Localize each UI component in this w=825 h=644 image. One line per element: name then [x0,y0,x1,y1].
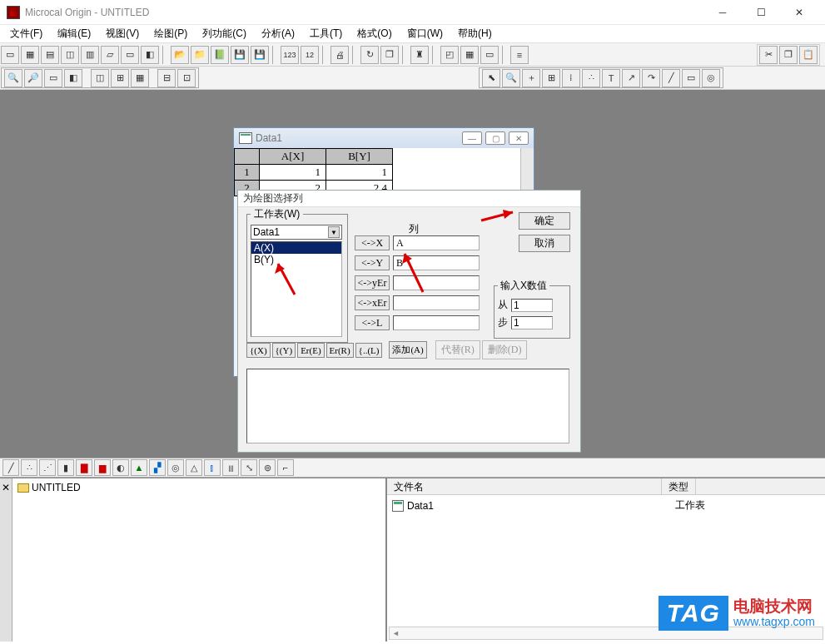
menu-plot[interactable]: 绘图(P) [147,26,194,42]
add-axes-icon[interactable]: ⊟ [157,69,176,87]
designation-x-button[interactable]: {(X) [246,343,271,358]
cancel-button[interactable]: 取消 [519,235,570,252]
save-template-icon[interactable]: 💾 [251,46,269,64]
assign-yer-button[interactable]: <->yEr [355,275,390,290]
code-builder-icon[interactable]: ▭ [480,46,499,64]
worksheet-combo[interactable]: Data1 ▼ [251,225,342,240]
column-type-header[interactable]: 类型 [662,478,696,494]
pointer-icon[interactable]: ⬉ [482,69,500,87]
line-plot-icon[interactable]: ╱ [2,459,19,476]
x-field[interactable] [393,235,480,250]
child-minimize-icon[interactable]: — [462,131,482,145]
bar-plot-icon[interactable]: ▆ [94,459,111,476]
menu-view[interactable]: 视图(V) [99,26,146,42]
menu-analysis[interactable]: 分析(A) [255,26,301,42]
new-graph-icon[interactable]: ◫ [61,46,79,64]
designation-ere-button[interactable]: Er(E) [297,343,324,358]
import-ascii-icon[interactable]: 123 [281,46,299,64]
new-function-icon[interactable]: ▱ [101,46,119,64]
duplicate-icon[interactable]: ❐ [380,46,399,64]
paste-icon[interactable]: 📋 [799,46,818,64]
arrow-tool-icon[interactable]: ↗ [622,69,640,87]
mask-tool-icon[interactable]: ∴ [582,69,600,87]
menu-format[interactable]: 格式(O) [350,26,398,42]
new-project-icon[interactable]: ▭ [1,46,19,64]
designation-l-button[interactable]: {..(L) [355,343,383,358]
add-column-icon[interactable]: ▦ [460,46,479,64]
data-reader-icon[interactable]: ＋ [522,69,540,87]
cut-icon[interactable]: ✂ [759,46,778,64]
vector-plot-icon[interactable]: ⤡ [241,459,257,476]
new-layout-icon[interactable]: ◧ [141,46,159,64]
from-field[interactable] [511,299,553,312]
open-excel-icon[interactable]: 📗 [211,46,229,64]
add-button[interactable]: 添加(A) [389,341,426,359]
chevron-down-icon[interactable]: ▼ [328,226,340,238]
column-listbox[interactable]: A(X) B(Y) [251,241,342,337]
polar-plot-icon[interactable]: ◎ [167,459,184,476]
pie-chart-icon[interactable]: ◐ [112,459,129,476]
l-field[interactable] [393,315,480,330]
line-symbol-icon[interactable]: ⋰ [39,459,56,476]
rect-tool-icon[interactable]: ▭ [682,69,700,87]
results-log-icon[interactable]: ♜ [410,46,429,64]
rescale-icon[interactable]: ≡ [510,46,529,64]
selection-textarea[interactable] [246,369,569,443]
screen-reader-icon[interactable]: ⊞ [542,69,560,87]
y-field[interactable] [393,255,480,270]
minimize-button[interactable]: ─ [703,0,742,25]
pane-collapse-icon[interactable]: ✕ [0,478,12,642]
area-plot-icon[interactable]: ▲ [131,459,147,476]
column-plot-icon[interactable]: ▇ [76,459,92,476]
whole-page-icon[interactable]: ▭ [44,69,62,87]
zoom-out-icon[interactable]: 🔎 [24,69,42,87]
child-close-icon[interactable]: ✕ [509,131,529,145]
project-explorer-icon[interactable]: ◰ [440,46,459,64]
open-icon[interactable]: 📂 [171,46,189,64]
menu-tools[interactable]: 工具(T) [303,26,349,42]
smith-chart-icon[interactable]: ⊚ [259,459,276,476]
arrange-layers-icon[interactable]: ▦ [131,69,149,87]
menu-file[interactable]: 文件(F) [3,26,49,42]
maximize-button[interactable]: ☐ [742,0,780,25]
project-tree[interactable]: UNTITLED [12,478,385,642]
new-worksheet-icon[interactable]: ▦ [21,46,39,64]
zoom-in-icon[interactable]: 🔍 [4,69,22,87]
new-matrix-icon[interactable]: ▥ [81,46,99,64]
child-maximize-icon[interactable]: ▢ [485,131,505,145]
template-icon[interactable]: ⌐ [277,459,294,476]
refresh-icon[interactable]: ↻ [360,46,379,64]
text-tool-icon[interactable]: T [602,69,620,87]
column-header-b[interactable]: B[Y] [326,149,393,165]
ok-button[interactable]: 确定 [519,212,570,230]
vertical-line-icon[interactable]: ▮ [57,459,74,476]
import-multi-ascii-icon[interactable]: 12 [301,46,319,64]
print-icon[interactable]: 🖨 [330,46,349,64]
region-tool-icon[interactable]: ◎ [702,69,720,87]
xer-field[interactable] [393,295,480,310]
curved-arrow-icon[interactable]: ↷ [642,69,660,87]
ternary-plot-icon[interactable]: △ [186,459,202,476]
line-tool-icon[interactable]: ╱ [662,69,680,87]
data-selector-icon[interactable]: ⁞ [562,69,580,87]
project-root-label[interactable]: UNTITLED [32,482,81,493]
copy-icon[interactable]: ❐ [779,46,798,64]
new-notes-icon[interactable]: ▭ [121,46,139,64]
assign-l-button[interactable]: <->L [355,315,390,330]
save-icon[interactable]: 💾 [231,46,249,64]
list-item[interactable]: Data1 工作表 [392,498,820,513]
zoom-icon[interactable]: 🔍 [502,69,520,87]
menu-edit[interactable]: 编辑(E) [51,26,97,42]
close-button[interactable]: ✕ [780,0,818,25]
merge-layers-icon[interactable]: ⊞ [111,69,129,87]
column-filename-header[interactable]: 文件名 [387,478,662,494]
extract-layers-icon[interactable]: ◫ [91,69,109,87]
assign-xer-button[interactable]: <->xEr [355,295,390,310]
menu-column[interactable]: 列功能(C) [196,26,253,42]
scatter-plot-icon[interactable]: ∴ [21,459,37,476]
assign-y-button[interactable]: <->Y [355,255,390,270]
step-field[interactable] [511,316,553,329]
waterfall-icon[interactable]: ⫿ [204,459,221,476]
high-low-icon[interactable]: ⫼ [222,459,239,476]
layer-tool-icon[interactable]: ◧ [64,69,82,87]
